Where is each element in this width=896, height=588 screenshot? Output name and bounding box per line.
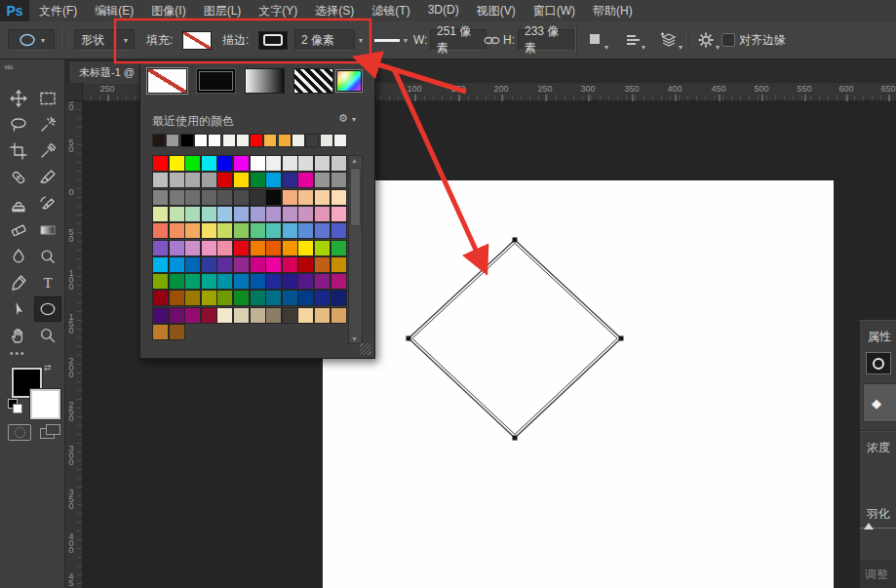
- color-swatch[interactable]: [216, 206, 233, 222]
- color-swatch[interactable]: [331, 290, 347, 306]
- recent-color-swatch[interactable]: [278, 134, 292, 147]
- fill-type-solid-button[interactable]: [196, 68, 236, 94]
- color-swatch[interactable]: [169, 256, 185, 273]
- color-swatch[interactable]: [152, 290, 169, 306]
- canvas[interactable]: [323, 180, 834, 588]
- color-swatch[interactable]: [233, 189, 250, 206]
- height-input[interactable]: 233 像素: [518, 29, 574, 51]
- quick-mask-button[interactable]: [8, 424, 31, 441]
- swatch-scrollbar[interactable]: ▲ ▼: [348, 155, 363, 344]
- color-swatch[interactable]: [282, 256, 298, 273]
- color-swatch[interactable]: [314, 155, 331, 172]
- color-swatch[interactable]: [331, 189, 347, 206]
- color-swatch[interactable]: [314, 189, 331, 206]
- color-swatch[interactable]: [314, 290, 331, 306]
- color-swatch[interactable]: [233, 172, 250, 188]
- color-swatch[interactable]: [250, 155, 266, 172]
- color-swatch[interactable]: [216, 222, 233, 239]
- link-dimensions-button[interactable]: [484, 21, 500, 59]
- recent-color-swatch[interactable]: [305, 134, 319, 147]
- lasso-tool[interactable]: [5, 112, 32, 137]
- color-swatch[interactable]: [201, 273, 217, 290]
- color-swatch[interactable]: [250, 172, 266, 188]
- color-swatch[interactable]: [282, 206, 298, 222]
- picker-gear-icon[interactable]: ⚙▾: [338, 112, 356, 125]
- feather-slider-thumb[interactable]: [864, 523, 874, 529]
- color-swatch[interactable]: [152, 222, 169, 239]
- color-picker-button[interactable]: [336, 70, 362, 92]
- color-swatch[interactable]: [201, 222, 217, 239]
- color-swatch[interactable]: [265, 307, 282, 324]
- color-swatch[interactable]: [184, 189, 201, 206]
- color-swatch[interactable]: [152, 206, 169, 222]
- recent-color-swatch[interactable]: [333, 134, 347, 147]
- scroll-down-icon[interactable]: ▼: [349, 335, 360, 342]
- color-swatch[interactable]: [250, 256, 266, 273]
- fill-type-gradient-button[interactable]: [245, 68, 285, 94]
- color-swatch[interactable]: [331, 206, 347, 222]
- fill-swatch-none[interactable]: [182, 31, 212, 50]
- color-swatch[interactable]: [169, 189, 185, 206]
- color-swatch[interactable]: [201, 256, 217, 273]
- color-swatch[interactable]: [314, 222, 331, 239]
- recent-color-swatch[interactable]: [320, 134, 333, 147]
- rect-marquee-tool[interactable]: [34, 86, 61, 111]
- color-swatch[interactable]: [201, 307, 217, 324]
- type-tool[interactable]: T: [34, 270, 61, 295]
- color-swatch[interactable]: [282, 290, 298, 306]
- color-swatch[interactable]: [152, 307, 169, 324]
- color-swatch[interactable]: [152, 155, 169, 172]
- hand-tool[interactable]: [5, 323, 32, 348]
- color-swatch[interactable]: [233, 256, 250, 273]
- color-swatch[interactable]: [314, 273, 331, 290]
- zoom-tool[interactable]: [34, 323, 61, 348]
- menu-item-7[interactable]: 滤镜(T): [371, 3, 409, 20]
- color-swatch[interactable]: [265, 256, 282, 273]
- recent-color-swatch[interactable]: [152, 134, 166, 147]
- color-swatch[interactable]: [297, 206, 314, 222]
- color-swatch[interactable]: [152, 256, 169, 273]
- color-swatch[interactable]: [184, 206, 201, 222]
- color-swatch[interactable]: [216, 172, 233, 188]
- color-swatch[interactable]: [331, 256, 347, 273]
- color-swatch[interactable]: [297, 172, 314, 188]
- color-swatch[interactable]: [216, 290, 233, 306]
- color-swatch[interactable]: [282, 189, 298, 206]
- color-swatch[interactable]: [216, 273, 233, 290]
- menu-item-5[interactable]: 文字(Y): [258, 3, 297, 20]
- recent-color-swatch[interactable]: [236, 134, 250, 147]
- menu-item-4[interactable]: 图层(L): [204, 3, 242, 20]
- healing-brush-tool[interactable]: [5, 165, 32, 190]
- color-swatch[interactable]: [265, 222, 282, 239]
- color-swatch[interactable]: [152, 324, 169, 340]
- color-swatch[interactable]: [250, 222, 266, 239]
- color-swatch[interactable]: [184, 307, 201, 324]
- recent-color-swatch[interactable]: [166, 134, 179, 147]
- crop-tool[interactable]: [5, 138, 32, 164]
- dodge-tool[interactable]: [34, 244, 61, 269]
- color-swatch[interactable]: [201, 189, 217, 206]
- stroke-width-input[interactable]: 2 像素: [294, 29, 355, 51]
- vector-mask-button[interactable]: ◆: [863, 383, 896, 422]
- color-swatch[interactable]: [250, 307, 266, 324]
- swap-colors-icon[interactable]: ⇄: [44, 363, 52, 372]
- recent-color-swatch[interactable]: [292, 134, 305, 147]
- color-swatch[interactable]: [250, 273, 266, 290]
- color-swatch[interactable]: [250, 206, 266, 222]
- scroll-up-icon[interactable]: ▲: [349, 157, 360, 164]
- color-swatch[interactable]: [250, 290, 266, 306]
- more-tools-icon[interactable]: •••: [10, 348, 26, 359]
- color-swatch[interactable]: [297, 307, 314, 324]
- pen-tool[interactable]: [5, 270, 32, 295]
- panel-resize-grip[interactable]: [360, 343, 371, 355]
- stroke-style-dropdown[interactable]: ▾: [374, 21, 408, 59]
- color-swatch[interactable]: [169, 172, 185, 188]
- color-swatch[interactable]: [314, 206, 331, 222]
- color-swatch[interactable]: [265, 189, 282, 206]
- align-edges-checkbox[interactable]: [721, 33, 735, 47]
- color-swatch[interactable]: [265, 172, 282, 188]
- brush-tool[interactable]: [34, 165, 61, 190]
- path-selection-tool[interactable]: [5, 296, 32, 322]
- menu-item-8[interactable]: 3D(D): [428, 3, 459, 20]
- color-swatch[interactable]: [331, 172, 347, 188]
